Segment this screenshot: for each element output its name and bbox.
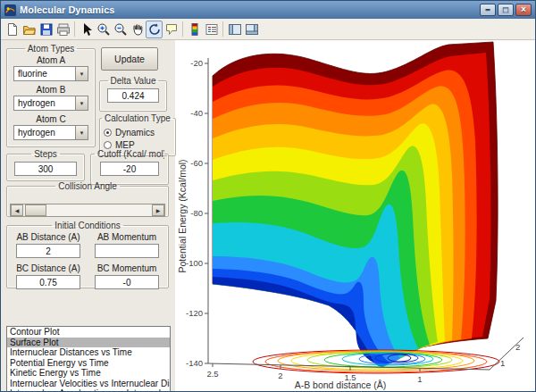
atom-a-value: fluorine [18,69,47,79]
open-folder-icon [22,22,37,37]
rotate-3d-button[interactable] [146,21,163,38]
new-document-icon [5,22,20,37]
print-button[interactable] [54,21,71,38]
update-button[interactable]: Update [101,47,158,71]
chevron-down-icon[interactable]: ▼ [75,67,88,80]
collision-angle-title: Collision Angle [55,181,120,191]
bc-distance-label: BC Distance (A) [13,263,84,273]
atom-b-label: Atom B [9,85,93,95]
atom-a-label: Atom A [9,55,93,65]
close-button[interactable]: × [515,4,532,16]
app-icon [4,4,16,16]
plot-tools-hide-icon [228,22,242,37]
zoom-in-button[interactable] [95,21,112,38]
calculation-type-title: Calculation Type [102,113,173,123]
show-plot-tools-button[interactable] [243,21,260,38]
list-item[interactable]: Internuclear Accelerations vs Internucle… [7,388,170,392]
chevron-down-icon[interactable]: ▼ [75,96,88,110]
cutoff-title: Cutoff (Kcal/ mol) [95,149,164,159]
save-button[interactable] [38,21,54,38]
list-item-selected[interactable]: Surface Plot [7,338,170,348]
pan-button[interactable] [129,21,146,38]
collision-angle-slider[interactable]: ◀ ▶ [10,204,165,217]
open-file-button[interactable] [21,21,38,38]
app-window: Molecular Dynamics – □ × [0,0,536,392]
window-title: Molecular Dynamics [20,4,114,15]
figure-toolbar [1,19,535,40]
list-item[interactable]: Contour Plot [7,327,170,338]
zoom-out-icon [113,22,128,37]
steps-group: Steps 300 [6,149,85,181]
plot-type-listbox[interactable]: Contour Plot Surface Plot Internuclear D… [6,326,171,392]
delta-value-title: Delta Value [108,76,159,86]
initial-conditions-group: Initial Conditions AB Distance (A) AB Mo… [6,221,169,288]
colorbar-icon [188,22,202,37]
bc-momentum-label: BC Momentum [91,263,163,273]
edit-plot-button[interactable] [78,21,95,38]
list-item[interactable]: Potential Energy vs Time [7,358,170,369]
insert-colorbar-button[interactable] [186,21,203,38]
plot-tools-show-icon [245,22,259,37]
pan-hand-icon [130,22,145,37]
ab-distance-label: AB Distance (A) [13,232,84,242]
toolbar-separator [222,21,223,37]
maximize-button[interactable]: □ [498,4,514,16]
legend-icon [205,22,219,37]
bc-distance-field[interactable]: 0.75 [16,275,80,289]
radio-dot-icon [104,141,112,149]
title-bar[interactable]: Molecular Dynamics – □ × [1,1,535,19]
ab-momentum-field[interactable] [95,244,159,258]
delta-value-group: Delta Value 0.424 [99,76,167,112]
zoom-in-icon [96,22,111,37]
slider-thumb[interactable] [25,204,46,216]
minimize-button[interactable]: – [480,4,496,16]
control-panel: Atom Types Atom A fluorine ▼ Atom B hydr… [1,40,175,391]
slider-left-arrow-icon[interactable]: ◀ [11,204,23,216]
ab-distance-field[interactable]: 2 [16,244,80,258]
bc-momentum-field[interactable]: -0 [95,275,159,289]
atom-c-label: Atom C [9,114,93,124]
cursor-arrow-icon [80,22,94,37]
list-item[interactable]: Internuclear Velocities vs Internuclear … [7,379,170,389]
data-cursor-icon [164,22,179,37]
collision-angle-group: Collision Angle ◀ ▶ [6,181,169,217]
atom-b-dropdown[interactable]: hydrogen ▼ [13,96,88,111]
radio-dot-icon [104,129,112,137]
dynamics-label: Dynamics [115,128,155,138]
cutoff-group: Cutoff (Kcal/ mol) -20 [90,149,169,185]
slider-right-arrow-icon[interactable]: ▶ [152,204,164,216]
initial-conditions-title: Initial Conditions [52,221,122,230]
chevron-down-icon[interactable]: ▼ [75,126,88,139]
delta-value-field[interactable]: 0.424 [107,88,159,103]
plot-canvas[interactable] [175,40,536,392]
atom-c-dropdown[interactable]: hydrogen ▼ [13,125,88,140]
new-document-button[interactable] [4,21,21,38]
insert-legend-button[interactable] [203,21,220,38]
steps-field[interactable]: 300 [14,162,77,176]
cutoff-field[interactable]: -20 [100,162,159,176]
atom-c-value: hydrogen [18,128,55,138]
hide-plot-tools-button[interactable] [226,21,243,38]
list-item[interactable]: Kinetic Energy vs Time [7,368,170,379]
steps-title: Steps [31,149,60,159]
atom-a-dropdown[interactable]: fluorine ▼ [13,66,88,81]
toolbar-separator [74,21,75,37]
atom-types-title: Atom Types [25,44,78,54]
rotate-3d-icon [147,22,162,37]
ab-momentum-label: AB Momentum [91,232,163,242]
list-item[interactable]: Internuclear Distances vs Time [7,347,170,358]
save-icon [39,22,54,37]
toolbar-separator [182,21,183,37]
atom-types-group: Atom Types Atom A fluorine ▼ Atom B hydr… [6,44,96,147]
data-cursor-button[interactable] [163,21,180,38]
dynamics-radio[interactable]: Dynamics [104,128,172,138]
zoom-out-button[interactable] [112,21,129,38]
atom-b-value: hydrogen [18,98,55,108]
print-icon [56,22,71,37]
